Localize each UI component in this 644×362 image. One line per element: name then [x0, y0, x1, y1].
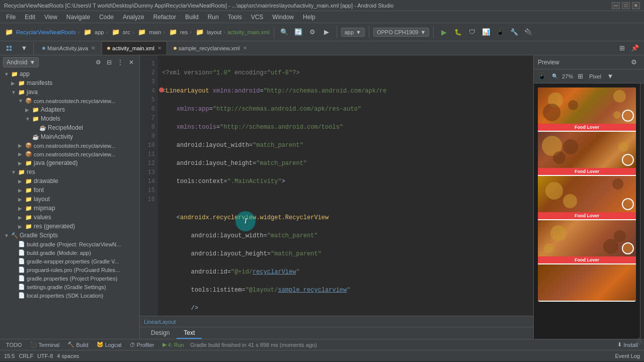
src-label[interactable]: src: [123, 29, 130, 35]
tab-activity-main[interactable]: activity_main.xml ✕: [102, 41, 167, 55]
menu-refactor[interactable]: Refactor: [149, 13, 180, 22]
search-icon[interactable]: 🔍: [278, 26, 290, 38]
logcat-button[interactable]: 🐱 Logcat: [95, 341, 124, 348]
tree-build-gradle-project[interactable]: ▶ 📄 build.gradle (Project: RecyclarViewN…: [0, 240, 139, 248]
design-tab[interactable]: Design: [144, 327, 177, 339]
tree-adapters[interactable]: ▶ 📁 Adapters: [0, 105, 139, 114]
menu-file[interactable]: File: [2, 13, 20, 22]
collapse-all-button[interactable]: ⊟: [104, 57, 114, 67]
tree-local-props[interactable]: ▶ 📄 local.properties (SDK Location): [0, 291, 139, 300]
pin-tab-icon[interactable]: 📌: [629, 42, 641, 54]
tree-java[interactable]: ▼ 📁 java: [0, 87, 139, 97]
tree-package-2[interactable]: ▶ 📦 com.neatrootstech.recyclarview...: [0, 141, 139, 150]
run-config-dropdown[interactable]: app ▼: [341, 28, 365, 37]
tree-proguard[interactable]: ▶ 📄 proguard-rules.pro (ProGuard Rules..…: [0, 265, 139, 274]
food-image-3: [538, 176, 636, 212]
preview-zoom-in-icon[interactable]: 🔍: [549, 70, 561, 82]
tree-gradle-props[interactable]: ▶ 📄 gradle.properties (Project Propertie…: [0, 274, 139, 283]
tree-values[interactable]: ▶ 📁 values: [0, 213, 139, 222]
more-icon[interactable]: ▶: [320, 26, 333, 38]
plugins-button[interactable]: 🔌: [522, 26, 534, 38]
tree-res[interactable]: ▼ 📁 res: [0, 167, 139, 176]
minimize-button[interactable]: —: [612, 2, 620, 9]
tree-gradle-wrapper[interactable]: ▶ 📄 gradle-wrapper.properties (Gradle V.…: [0, 257, 139, 265]
preview-device-frame: Food Lover Food Lover: [538, 87, 636, 302]
tree-recipemodel[interactable]: ▶ ☕ RecipeModel: [0, 123, 139, 132]
code-editor[interactable]: 1 2 3 4 5 6 7 8 9 10 11 12 13 14 15 16 <…: [140, 55, 533, 316]
preview-orientation-icon[interactable]: 📱: [536, 70, 548, 82]
tab-sample-recyclarview-close[interactable]: ✕: [243, 45, 247, 51]
menu-code[interactable]: Code: [95, 13, 118, 22]
main-label[interactable]: main: [149, 29, 161, 35]
run-panel-button[interactable]: ▶ 4: Run: [160, 341, 186, 348]
project-name[interactable]: RecyclarViewNeatRoots: [16, 29, 75, 35]
breadcrumb-linear-layout[interactable]: LinearLayout: [144, 319, 176, 325]
tree-models[interactable]: ▼ 📁 Models: [0, 114, 139, 123]
menu-build[interactable]: Build: [181, 13, 203, 22]
preview-scrollbar[interactable]: [640, 83, 644, 339]
tree-gradle-scripts[interactable]: ▼ 🔨 Gradle Scripts: [0, 231, 139, 240]
run-button[interactable]: ▶: [438, 26, 450, 38]
split-editor-icon[interactable]: ⊞: [616, 42, 628, 54]
profile-button[interactable]: 📊: [480, 26, 492, 38]
android-view-dropdown[interactable]: Android ▼: [3, 57, 39, 67]
menu-view[interactable]: View: [40, 13, 61, 22]
menu-tools[interactable]: Tools: [224, 13, 246, 22]
sdk-button[interactable]: 🔧: [508, 26, 520, 38]
avd-button[interactable]: 📱: [494, 26, 506, 38]
build-button[interactable]: 🔨 Build: [65, 341, 90, 348]
tree-res-generated[interactable]: ▶ 📁 res (generated): [0, 222, 139, 231]
device-dropdown[interactable]: OPPO CPH1909 ▼: [373, 28, 429, 37]
status-encoding[interactable]: UTF-8: [37, 353, 53, 359]
tree-manifests[interactable]: ▶ 📁 manifests: [0, 78, 139, 87]
tree-app[interactable]: ▼ 📁 app: [0, 69, 139, 78]
menu-window[interactable]: Window: [268, 13, 298, 22]
todo-button[interactable]: TODO: [4, 341, 24, 348]
tree-layout[interactable]: ▶ 📁 layout: [0, 195, 139, 204]
android-dropdown-icon[interactable]: ▼: [18, 42, 30, 54]
more-actions-button[interactable]: ⋮: [115, 57, 125, 67]
food-image-2: [538, 132, 636, 168]
file-label[interactable]: activity_main.xml: [227, 29, 270, 35]
menu-vcs[interactable]: VCS: [247, 13, 268, 22]
menu-edit[interactable]: Edit: [21, 13, 39, 22]
tree-drawable[interactable]: ▶ 📁 drawable: [0, 176, 139, 186]
code-content[interactable]: <?xml version="1.0" encoding="utf-8"?> <…: [158, 55, 533, 316]
tree-mipmap[interactable]: ▶ 📁 mipmap: [0, 204, 139, 213]
tree-package-main[interactable]: ▼ 📦 com.neatrootstech.recyclarview...: [0, 97, 139, 105]
coverage-button[interactable]: 🛡: [466, 26, 478, 38]
status-crlf[interactable]: CRLF: [19, 353, 33, 359]
debug-button[interactable]: 🐛: [452, 26, 464, 38]
app-label[interactable]: app: [95, 29, 104, 35]
preview-device-dropdown-icon[interactable]: ▼: [604, 70, 616, 82]
menu-help[interactable]: Help: [299, 13, 319, 22]
tab-sample-recyclarview[interactable]: sample_recyclarview.xml ✕: [168, 41, 253, 55]
menu-navigate[interactable]: Navigate: [62, 13, 94, 22]
tree-settings-gradle[interactable]: ▶ 📄 settings.gradle (Gradle Settings): [0, 283, 139, 291]
tree-font[interactable]: ▶ 📁 font: [0, 186, 139, 195]
event-log-label[interactable]: Event Log: [615, 353, 640, 359]
menu-run[interactable]: Run: [204, 13, 223, 22]
layout-label[interactable]: layout: [207, 29, 221, 35]
close-button[interactable]: ✕: [632, 2, 640, 9]
menu-analyze[interactable]: Analyze: [119, 13, 148, 22]
profiler-button[interactable]: ⏱ Profiler: [128, 341, 156, 348]
preview-settings-icon[interactable]: ⚙: [628, 56, 640, 68]
sync-project-button[interactable]: ⚙: [93, 57, 103, 67]
close-sidebar-button[interactable]: ✕: [126, 57, 136, 67]
text-tab[interactable]: Text: [177, 327, 202, 339]
tab-activity-main-close[interactable]: ✕: [157, 45, 162, 51]
tree-build-gradle-module[interactable]: ▶ 📄 build.gradle (Module: app): [0, 248, 139, 257]
preview-fit-icon[interactable]: ⊞: [574, 70, 586, 82]
terminal-button[interactable]: ⬛ Terminal: [28, 341, 62, 348]
tree-mainactivity[interactable]: ▶ ☕ MainActivity: [0, 132, 139, 141]
res-label[interactable]: res: [180, 29, 188, 35]
tab-mainactivity-close[interactable]: ✕: [91, 45, 95, 51]
tree-java-generated[interactable]: ▶ 📁 java (generated): [0, 158, 139, 167]
maximize-button[interactable]: □: [622, 2, 630, 9]
tree-package-3[interactable]: ▶ 📦 com.neatrootstech.recyclarview...: [0, 150, 139, 158]
status-spaces[interactable]: 4 spaces: [57, 353, 79, 359]
settings-icon[interactable]: ⚙: [306, 26, 318, 38]
sync-icon[interactable]: 🔄: [292, 26, 304, 38]
tab-mainactivity[interactable]: MainActivity.java ✕: [37, 41, 101, 55]
